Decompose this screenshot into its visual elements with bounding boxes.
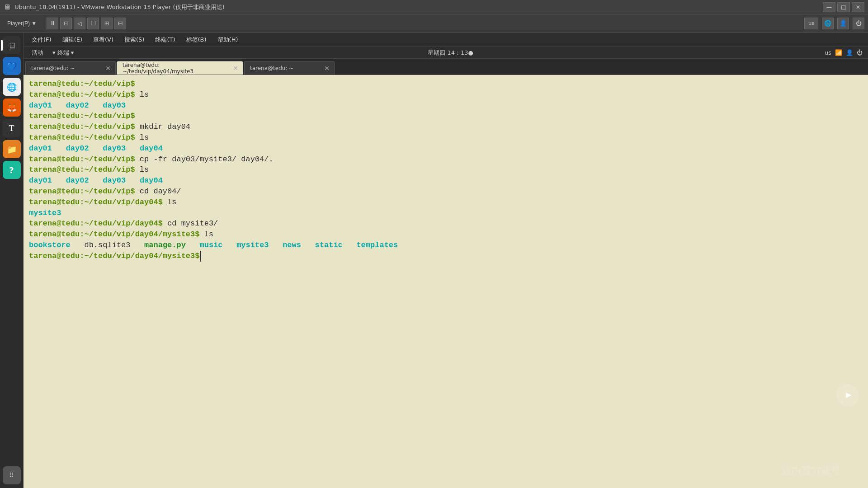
dock-apps[interactable]: ⠿ xyxy=(3,466,21,484)
terminal-line-1: tarena@tedu:~/tedu/vip$ xyxy=(29,79,863,89)
terminal-line-11: tarena@tedu:~/tedu/vip$ cd day04/ xyxy=(29,186,863,197)
close-button[interactable]: ✕ xyxy=(852,2,864,12)
titlebar-left: 🖥 Ubuntu_18.04(1911) - VMware Workstatio… xyxy=(4,3,225,11)
output-news: news xyxy=(283,240,301,251)
output-day02: day02 xyxy=(66,100,89,111)
power-icon[interactable]: ⏻ xyxy=(853,18,864,29)
terminal-area: 文件(F) 编辑(E) 查看(V) 搜索(S) 终端(T) 标签(B) 帮助(H… xyxy=(24,33,868,488)
terminal-menubar: 文件(F) 编辑(E) 查看(V) 搜索(S) 终端(T) 标签(B) 帮助(H… xyxy=(24,33,868,47)
cmd-12: ls xyxy=(163,197,177,208)
prompt-14: tarena@tedu:~/tedu/vip/day04$ xyxy=(29,218,163,229)
output-day02-3: day02 xyxy=(66,175,89,186)
output-managepy: manage.py xyxy=(144,240,186,251)
tab-1-label: tarena@tedu: ~ xyxy=(31,65,75,71)
status-keyboard[interactable]: us xyxy=(825,49,831,56)
tab-3[interactable]: tarena@tedu: ~ ✕ xyxy=(244,61,335,75)
vmware-icon-4[interactable]: ☐ xyxy=(87,18,99,29)
tab-2-label: tarena@tedu: ~/tedu/vip/day04/mysite3 xyxy=(123,62,229,75)
status-right: us 📶 👤 ⏻ xyxy=(825,49,863,56)
menu-file[interactable]: 文件(F) xyxy=(29,35,54,45)
cmd-9: ls xyxy=(135,164,149,175)
tab-1-close[interactable]: ✕ xyxy=(105,65,111,72)
menu-edit[interactable]: 编辑(E) xyxy=(60,35,85,45)
terminal-line-15: tarena@tedu:~/tedu/vip/day04/mysite3$ ls xyxy=(29,229,863,240)
player-menu-button[interactable]: Player(P) ▼ xyxy=(4,19,40,28)
terminal-line-5: tarena@tedu:~/tedu/vip$ mkdir day04 xyxy=(29,122,863,132)
status-activities[interactable]: 活动 xyxy=(29,48,46,57)
minimize-button[interactable]: — xyxy=(823,2,835,12)
tab-3-close[interactable]: ✕ xyxy=(324,65,330,72)
dock-help[interactable]: ? xyxy=(3,161,21,179)
vmware-toolbar-icons: ⏸ ⊡ ◁ ☐ ⊞ ⊟ xyxy=(47,18,126,29)
maximize-button[interactable]: □ xyxy=(837,2,850,12)
vmware-icon-6[interactable]: ⊟ xyxy=(114,18,126,29)
menu-search[interactable]: 搜索(S) xyxy=(122,35,147,45)
vmware-toolbar: Player(P) ▼ ⏸ ⊡ ◁ ☐ ⊞ ⊟ us 🌐 👤 ⏻ xyxy=(0,14,868,33)
prompt-4: tarena@tedu:~/tedu/vip$ xyxy=(29,111,135,122)
network-icon[interactable]: 🌐 xyxy=(822,18,834,29)
prompt-11: tarena@tedu:~/tedu/vip$ xyxy=(29,186,135,197)
output-day03-3: day03 xyxy=(103,175,126,186)
menu-tab[interactable]: 标签(B) xyxy=(184,35,209,45)
output-dbsqlite3: db.sqlite3 xyxy=(84,240,130,251)
status-network-icon: 📶 xyxy=(835,49,842,56)
dock-chrome[interactable]: 🌐 xyxy=(3,78,21,96)
terminal-line-6: tarena@tedu:~/tedu/vip$ ls xyxy=(29,132,863,143)
cmd-6: ls xyxy=(135,132,149,143)
keyboard-layout[interactable]: us xyxy=(804,18,818,29)
tab-2-close[interactable]: ✕ xyxy=(233,65,238,72)
prompt-9: tarena@tedu:~/tedu/vip$ xyxy=(29,164,135,175)
menu-view[interactable]: 查看(V) xyxy=(90,35,116,45)
terminal-line-2: tarena@tedu:~/tedu/vip$ ls xyxy=(29,89,863,100)
status-datetime: 星期四 14：13● xyxy=(428,49,473,57)
dock-files[interactable]: 📁 xyxy=(3,140,21,158)
ubuntu-window: 🖥 💙 🌐 🦊 T 📁 ? ⠿ 文件(F) 编辑(E) 查看(V) 搜索(S) … xyxy=(0,33,868,488)
terminal-content[interactable]: tarena@tedu:~/tedu/vip$ tarena@tedu:~/te… xyxy=(24,75,868,488)
prompt-5: tarena@tedu:~/tedu/vip$ xyxy=(29,122,135,132)
terminal-statusbar: 活动 ▾ 终端 ▾ 星期四 14：13● us 📶 👤 ⏻ xyxy=(24,47,868,59)
output-bookstore: bookstore xyxy=(29,240,71,251)
vmware-icon: 🖥 xyxy=(4,3,11,11)
cmd-15: ls xyxy=(199,229,213,240)
vmware-icon-5[interactable]: ⊞ xyxy=(101,18,113,29)
status-terminal[interactable]: ▾ 终端 ▾ xyxy=(50,48,76,57)
terminal-line-14: tarena@tedu:~/tedu/vip/day04$ cd mysite3… xyxy=(29,218,863,229)
csdn-badge: CSDN @amingMM xyxy=(819,476,864,484)
cmd-2: ls xyxy=(135,89,149,100)
terminal-line-13: mysite3 xyxy=(29,208,863,219)
output-templates: templates xyxy=(356,240,398,251)
vmware-icon-2[interactable]: ⊡ xyxy=(60,18,72,29)
tab-1[interactable]: tarena@tedu: ~ ✕ xyxy=(25,61,116,75)
menu-terminal[interactable]: 终端(T) xyxy=(152,35,178,45)
output-day04: day04 xyxy=(140,143,163,154)
terminal-line-7: day01 day02 day03 day04 xyxy=(29,143,863,154)
dock-firefox[interactable]: 🦊 xyxy=(3,99,21,117)
cmd-8: cp -fr day03/mysite3/ day04/. xyxy=(135,154,274,165)
terminal-line-4: tarena@tedu:~/tedu/vip$ xyxy=(29,111,863,122)
terminal-line-16: bookstore db.sqlite3 manage.py music mys… xyxy=(29,240,863,251)
menu-help[interactable]: 帮助(H) xyxy=(215,35,241,45)
output-day04-2: day04 xyxy=(140,175,163,186)
dock-vscode[interactable]: 💙 xyxy=(3,57,21,75)
status-user-icon: 👤 xyxy=(846,49,853,56)
dock-terminal[interactable]: 🖥 xyxy=(3,36,21,54)
play-button[interactable] xyxy=(836,384,859,407)
tab-2[interactable]: tarena@tedu: ~/tedu/vip/day04/mysite3 ✕ xyxy=(117,61,243,75)
prompt-8: tarena@tedu:~/tedu/vip$ xyxy=(29,154,135,165)
dock: 🖥 💙 🌐 🦊 T 📁 ? ⠿ xyxy=(0,33,24,488)
status-left: 活动 ▾ 终端 ▾ xyxy=(29,48,76,57)
pause-button[interactable]: ⏸ xyxy=(47,18,58,29)
output-day03-2: day03 xyxy=(103,143,126,154)
cmd-14: cd mysite3/ xyxy=(163,218,218,229)
terminal-line-12: tarena@tedu:~/tedu/vip/day04$ ls xyxy=(29,197,863,208)
titlebar: 🖥 Ubuntu_18.04(1911) - VMware Workstatio… xyxy=(0,0,868,14)
status-power-icon: ⏻ xyxy=(857,49,863,56)
dock-text[interactable]: T xyxy=(3,119,21,137)
user-icon[interactable]: 👤 xyxy=(837,18,849,29)
vmware-icon-3[interactable]: ◁ xyxy=(74,18,85,29)
output-day01-3: day01 xyxy=(29,175,52,186)
cmd-11: cd day04/ xyxy=(135,186,181,197)
prompt-12: tarena@tedu:~/tedu/vip/day04$ xyxy=(29,197,163,208)
output-static: static xyxy=(315,240,343,251)
output-day03: day03 xyxy=(103,100,126,111)
